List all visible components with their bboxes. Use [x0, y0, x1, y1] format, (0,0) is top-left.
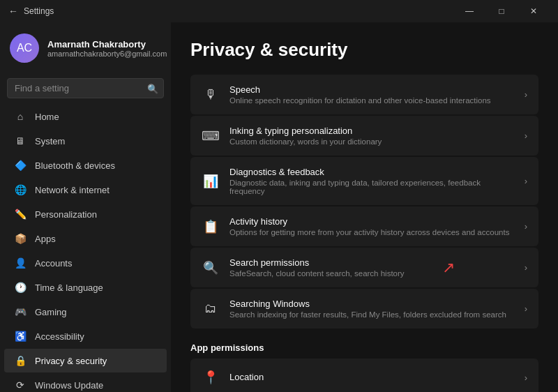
maximize-button[interactable]: □ [485, 0, 518, 22]
inking-chevron: › [525, 130, 527, 141]
sidebar-item-label: Accessibility [35, 331, 84, 342]
update-icon: ⟳ [14, 379, 27, 391]
setting-card-inking[interactable]: ⌨ Inking & typing personalization Custom… [190, 116, 538, 156]
gaming-icon: 🎮 [14, 306, 27, 318]
setting-card-diagnostics[interactable]: 📊 Diagnostics & feedback Diagnostic data… [190, 157, 538, 205]
home-icon: ⌂ [14, 110, 27, 123]
accounts-icon: 👤 [14, 257, 27, 269]
sidebar-item-label: Time & language [35, 282, 103, 293]
diagnostics-icon: 📊 [202, 172, 220, 190]
accessibility-icon: ♿ [14, 330, 27, 342]
sidebar: AC Amarnath Chakraborty amarnathchakrabo… [0, 22, 171, 392]
activity-text: Activity history Options for getting mor… [229, 216, 515, 236]
sidebar-item-privacy[interactable]: 🔒 Privacy & security [4, 349, 167, 372]
inking-text: Inking & typing personalization Custom d… [229, 126, 515, 146]
setting-card-activity[interactable]: 📋 Activity history Options for getting m… [190, 206, 538, 246]
setting-card-searching-windows[interactable]: 🗂 Searching Windows Search indexing for … [190, 289, 538, 329]
sidebar-item-label: Accounts [35, 258, 72, 269]
sidebar-item-label: Bluetooth & devices [35, 160, 115, 171]
page-title: Privacy & security [190, 39, 538, 61]
sidebar-item-network[interactable]: 🌐 Network & internet [4, 178, 167, 202]
sidebar-item-label: Personalization [35, 209, 97, 220]
location-text: Location [229, 372, 515, 384]
window-controls: — □ ✕ [453, 0, 550, 22]
searching-windows-title: Searching Windows [229, 299, 515, 309]
searching-windows-icon: 🗂 [202, 300, 220, 318]
search-box: 🔍 [7, 78, 164, 98]
sidebar-item-label: System [35, 136, 65, 146]
sidebar-item-home[interactable]: ⌂ Home [4, 105, 167, 128]
settings-list: 🎙 Speech Online speech recognition for d… [190, 75, 538, 329]
title-bar: ← Settings — □ ✕ [0, 0, 558, 22]
speech-icon: 🎙 [202, 86, 220, 104]
main-content: Privacy & security 🎙 Speech Online speec… [171, 22, 558, 392]
activity-icon: 📋 [202, 218, 220, 236]
speech-desc: Online speech recognition for dictation … [229, 96, 515, 105]
back-icon[interactable]: ← [8, 6, 18, 17]
searching-windows-desc: Search indexing for faster results, Find… [229, 310, 515, 319]
bluetooth-icon: 🔷 [14, 159, 27, 172]
sidebar-item-gaming[interactable]: 🎮 Gaming [4, 300, 167, 324]
sidebar-item-system[interactable]: 🖥 System [4, 129, 167, 153]
location-chevron: › [525, 372, 527, 383]
app-permissions-list: 📍 Location › 📷 Camera › [190, 359, 538, 392]
sidebar-item-personalization[interactable]: ✏️ Personalization [4, 202, 167, 226]
setting-card-speech[interactable]: 🎙 Speech Online speech recognition for d… [190, 75, 538, 114]
diagnostics-text: Diagnostics & feedback Diagnostic data, … [229, 167, 515, 195]
search-icon: 🔍 [147, 83, 158, 93]
user-profile[interactable]: AC Amarnath Chakraborty amarnathchakrabo… [0, 25, 171, 71]
search-permissions-chevron: › [525, 262, 527, 273]
sidebar-item-label: Windows Update [35, 380, 103, 391]
sidebar-item-time[interactable]: 🕐 Time & language [4, 276, 167, 299]
nav-list: ⌂ Home 🖥 System 🔷 Bluetooth & devices 🌐 … [0, 104, 171, 392]
sidebar-item-accounts[interactable]: 👤 Accounts [4, 251, 167, 275]
privacy-icon: 🔒 [14, 354, 27, 367]
sidebar-item-label: Network & internet [35, 185, 110, 195]
search-permissions-title: Search permissions [229, 257, 515, 268]
network-icon: 🌐 [14, 183, 27, 196]
user-email: amarnathchakraborty6@gmail.com [47, 50, 167, 58]
setting-card-search-permissions[interactable]: 🔍 Search permissions SafeSearch, cloud c… [190, 248, 538, 287]
location-title: Location [229, 372, 515, 382]
system-icon: 🖥 [14, 135, 27, 147]
sidebar-item-update[interactable]: ⟳ Windows Update [4, 373, 167, 392]
search-permissions-text: Search permissions SafeSearch, cloud con… [229, 257, 515, 278]
inking-desc: Custom dictionary, words in your diction… [229, 137, 515, 146]
speech-title: Speech [229, 84, 515, 95]
apps-icon: 📦 [14, 232, 27, 245]
user-name: Amarnath Chakraborty [47, 39, 167, 50]
personalization-icon: ✏️ [14, 208, 27, 220]
search-input[interactable] [7, 78, 164, 98]
arrow-annotation: ↗ [442, 259, 455, 277]
inking-icon: ⌨ [202, 127, 220, 145]
app-title: Settings [24, 6, 54, 16]
diagnostics-chevron: › [525, 176, 527, 186]
activity-desc: Options for getting more from your activ… [229, 228, 515, 236]
sidebar-item-label: Gaming [35, 307, 67, 317]
activity-title: Activity history [229, 216, 515, 227]
search-permissions-desc: SafeSearch, cloud content search, search… [229, 269, 515, 278]
avatar: AC [10, 33, 39, 63]
searching-windows-chevron: › [525, 303, 527, 314]
sidebar-item-label: Apps [35, 234, 56, 244]
inking-title: Inking & typing personalization [229, 126, 515, 136]
searching-windows-text: Searching Windows Search indexing for fa… [229, 299, 515, 319]
sidebar-item-label: Privacy & security [35, 356, 107, 366]
sidebar-item-label: Home [35, 112, 59, 122]
location-icon: 📍 [202, 368, 220, 386]
sidebar-item-bluetooth[interactable]: 🔷 Bluetooth & devices [4, 153, 167, 177]
time-icon: 🕐 [14, 281, 27, 294]
speech-chevron: › [525, 89, 527, 100]
close-button[interactable]: ✕ [518, 0, 550, 22]
search-permissions-icon: 🔍 [202, 259, 220, 277]
user-info: Amarnath Chakraborty amarnathchakraborty… [47, 39, 167, 58]
diagnostics-title: Diagnostics & feedback [229, 167, 515, 177]
diagnostics-desc: Diagnostic data, inking and typing data,… [229, 179, 515, 195]
setting-card-location[interactable]: 📍 Location › [190, 359, 538, 392]
activity-chevron: › [525, 221, 527, 232]
app-permissions-header: App permissions [190, 342, 538, 353]
sidebar-item-apps[interactable]: 📦 Apps [4, 227, 167, 250]
speech-text: Speech Online speech recognition for dic… [229, 84, 515, 105]
minimize-button[interactable]: — [453, 0, 485, 22]
sidebar-item-accessibility[interactable]: ♿ Accessibility [4, 324, 167, 348]
